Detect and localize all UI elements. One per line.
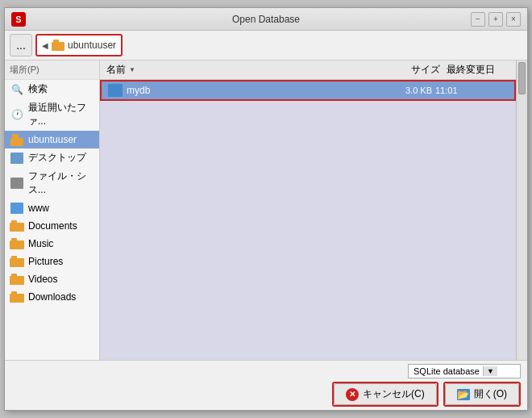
location-back-arrow: ◀ bbox=[42, 41, 48, 50]
documents-folder-icon bbox=[10, 219, 24, 232]
sidebar-item-www[interactable]: www bbox=[5, 199, 99, 217]
window-title: Open Database bbox=[232, 14, 300, 25]
sidebar-item-label: デスクトップ bbox=[28, 151, 86, 165]
search-icon: 🔍 bbox=[10, 83, 24, 96]
close-button[interactable]: × bbox=[506, 12, 521, 27]
open-button[interactable]: 📂 開く(O) bbox=[445, 383, 519, 405]
minimize-button[interactable]: − bbox=[471, 12, 485, 27]
toolbar: ... ◀ ubuntuuser bbox=[5, 31, 527, 61]
location-folder-icon bbox=[52, 40, 64, 51]
sidebar-item-label: Pictures bbox=[28, 256, 63, 267]
header-size[interactable]: サイズ bbox=[387, 63, 443, 77]
sidebar-item-label: ubuntuuser bbox=[28, 134, 77, 145]
sidebar-item-videos[interactable]: Videos bbox=[5, 270, 99, 288]
sidebar-item-pictures[interactable]: Pictures bbox=[5, 253, 99, 270]
open-icon: 📂 bbox=[457, 389, 470, 400]
titlebar-left: S bbox=[11, 12, 31, 27]
sidebar-header: 場所(P) bbox=[5, 61, 99, 80]
desktop-icon bbox=[10, 152, 24, 165]
scrollbar[interactable] bbox=[516, 61, 527, 360]
dropdown-arrow-icon[interactable]: ▼ bbox=[483, 366, 497, 376]
sidebar-item-recent[interactable]: 🕐 最近開いたファ... bbox=[5, 98, 99, 131]
file-name: mydb bbox=[127, 85, 150, 96]
file-name-cell: mydb bbox=[108, 84, 379, 97]
bottom-toolbar: SQLite database ▼ ✕ キャンセル(C) 📂 開く(O) bbox=[5, 360, 527, 410]
pictures-folder-icon bbox=[10, 255, 24, 268]
file-row[interactable]: mydb 3.0 KB 11:01 bbox=[100, 80, 516, 101]
open-label: 開く(O) bbox=[474, 387, 507, 401]
sidebar-item-filesystem[interactable]: ファイル・シス... bbox=[5, 167, 99, 199]
open-button-wrap: 📂 開く(O) bbox=[443, 382, 521, 407]
filter-row: SQLite database ▼ bbox=[11, 364, 521, 378]
file-icon bbox=[108, 84, 123, 97]
file-type-dropdown[interactable]: SQLite database ▼ bbox=[408, 364, 521, 378]
sidebar-item-label: Music bbox=[28, 238, 53, 249]
file-list[interactable]: mydb 3.0 KB 11:01 bbox=[100, 80, 516, 360]
sidebar-item-label: Documents bbox=[28, 220, 77, 232]
main-window: S Open Database − + × ... ◀ ubuntuuser 場… bbox=[4, 7, 528, 411]
window-controls: − + × bbox=[471, 12, 521, 27]
cancel-label: キャンセル(C) bbox=[363, 387, 425, 401]
sidebar-item-desktop[interactable]: デスクトップ bbox=[5, 148, 99, 167]
sidebar-item-downloads[interactable]: Downloads bbox=[5, 288, 99, 306]
home-folder-icon bbox=[10, 133, 24, 146]
file-area: 名前 ▼ サイズ 最終変更日 mydb 3.0 KB 11:01 bbox=[100, 61, 516, 360]
cancel-icon: ✕ bbox=[346, 388, 359, 401]
sort-arrow-icon: ▼ bbox=[129, 66, 135, 73]
scrollbar-thumb[interactable] bbox=[518, 62, 526, 94]
filesystem-icon bbox=[10, 177, 24, 190]
app-logo: S bbox=[11, 12, 26, 27]
titlebar: S Open Database − + × bbox=[5, 8, 527, 31]
action-buttons: ✕ キャンセル(C) 📂 開く(O) bbox=[11, 382, 521, 407]
main-area: 場所(P) 🔍 検索 🕐 最近開いたファ... ubuntuuser デスクトッ… bbox=[5, 61, 527, 360]
file-size: 3.0 KB bbox=[379, 86, 435, 95]
file-list-header: 名前 ▼ サイズ 最終変更日 bbox=[100, 61, 516, 80]
sidebar-item-label: 検索 bbox=[28, 82, 48, 96]
sidebar-item-label: 最近開いたファ... bbox=[28, 101, 94, 128]
location-text: ubuntuuser bbox=[68, 40, 116, 51]
cancel-button-wrap: ✕ キャンセル(C) bbox=[332, 382, 438, 407]
sidebar-item-label: www bbox=[28, 203, 49, 214]
recent-icon: 🕐 bbox=[10, 108, 24, 121]
videos-folder-icon bbox=[10, 273, 24, 286]
sidebar-item-music[interactable]: Music bbox=[5, 235, 99, 253]
www-icon bbox=[10, 202, 24, 215]
filter-label: SQLite database bbox=[414, 366, 480, 376]
sidebar-item-home[interactable]: ubuntuuser bbox=[5, 131, 99, 148]
header-date[interactable]: 最終変更日 bbox=[443, 63, 516, 77]
sidebar-item-label: Videos bbox=[28, 274, 57, 285]
maximize-button[interactable]: + bbox=[488, 12, 503, 27]
options-button[interactable]: ... bbox=[10, 34, 32, 56]
sidebar-item-label: Downloads bbox=[28, 291, 76, 303]
sidebar-item-documents[interactable]: Documents bbox=[5, 217, 99, 235]
location-bar[interactable]: ◀ ubuntuuser bbox=[35, 34, 123, 56]
music-folder-icon bbox=[10, 237, 24, 250]
header-name[interactable]: 名前 ▼ bbox=[100, 63, 387, 77]
sidebar-item-label: ファイル・シス... bbox=[28, 169, 94, 197]
downloads-folder-icon bbox=[10, 291, 24, 303]
sidebar: 場所(P) 🔍 検索 🕐 最近開いたファ... ubuntuuser デスクトッ… bbox=[5, 61, 100, 360]
cancel-button[interactable]: ✕ キャンセル(C) bbox=[334, 383, 437, 405]
sidebar-item-search[interactable]: 🔍 検索 bbox=[5, 80, 99, 98]
file-date: 11:01 bbox=[435, 86, 508, 95]
